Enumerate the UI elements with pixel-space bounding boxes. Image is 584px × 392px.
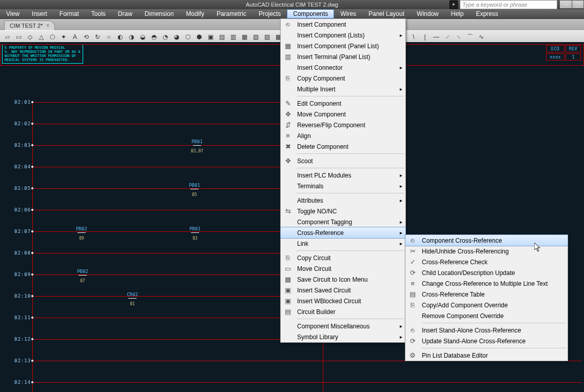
menu-parametric[interactable]: Parametric: [210, 9, 252, 18]
menu-window[interactable]: Window: [411, 9, 445, 18]
menu-item-cross-reference-table[interactable]: ▤Cross-Reference Table: [405, 289, 568, 300]
close-icon[interactable]: ×: [46, 22, 49, 29]
toolbar-button-9[interactable]: ○: [104, 32, 114, 42]
menu-item-insert-terminal-panel-list-[interactable]: ▥Insert Terminal (Panel List): [281, 51, 405, 62]
minimize-icon[interactable]: —: [560, 1, 572, 8]
toolbar-button-18[interactable]: ▣: [205, 32, 216, 42]
menu-item-terminals[interactable]: Terminals▸: [281, 181, 405, 191]
toolbar-button-16[interactable]: ⬡: [183, 32, 193, 42]
menu-item-component-tagging[interactable]: Component Tagging▸: [281, 217, 405, 227]
menu-item-insert-wblocked-circuit[interactable]: ▣Insert WBlocked Circuit: [281, 296, 405, 306]
toolbar-button-21[interactable]: ▦: [239, 32, 249, 42]
toolbar-button-15[interactable]: ◕: [171, 32, 182, 42]
menu-item-multiple-insert[interactable]: Multiple Insert▸: [281, 84, 405, 94]
menu-item-copy-circuit[interactable]: ⎘Copy Circuit: [281, 252, 405, 263]
menu-insert[interactable]: Insert: [26, 9, 53, 18]
menu-item-label: Insert Saved Circuit: [295, 287, 394, 294]
menu-item-align[interactable]: ≡Align: [281, 130, 405, 141]
schematic-symbol[interactable]: PB0105: [184, 183, 205, 197]
node-dot: [31, 338, 33, 340]
dropdown-arrow-icon[interactable]: ▸: [450, 1, 458, 9]
toolbar-button-4[interactable]: ⬠: [47, 32, 57, 42]
menu-item-update-stand-alone-cross-reference[interactable]: ⟳Update Stand-Alone Cross-Reference: [405, 336, 568, 346]
menu-item-hide-unhide-cross-referencing[interactable]: ✂Hide/Unhide Cross-Referencing: [405, 246, 568, 257]
toolbar-button-7[interactable]: ⟲: [81, 32, 91, 42]
toolbar-button-37[interactable]: |: [420, 32, 430, 42]
toolbar-button-39[interactable]: ⟋: [442, 32, 453, 42]
search-input[interactable]: Type a keyword or phrase: [460, 0, 557, 9]
menu-item-move-circuit[interactable]: ▭Move Circuit: [281, 263, 405, 274]
menu-item-edit-component[interactable]: ✎Edit Component: [281, 98, 405, 109]
menu-projects[interactable]: Projects: [252, 9, 287, 18]
menu-dimension[interactable]: Dimension: [139, 9, 180, 18]
menu-item-insert-saved-circuit[interactable]: ▣Insert Saved Circuit: [281, 285, 405, 296]
menu-item-delete-component[interactable]: ✖Delete Component: [281, 141, 405, 152]
toolbar-button-17[interactable]: ⬢: [194, 32, 204, 42]
menu-item-circuit-builder[interactable]: ▤Circuit Builder: [281, 306, 405, 317]
menu-item-copy-add-component-override[interactable]: ⎘Copy/Add Component Override: [405, 300, 568, 310]
file-tab[interactable]: CIM TEST 2* ×: [4, 21, 55, 30]
menu-draw[interactable]: Draw: [112, 9, 139, 18]
toolbar-button-20[interactable]: ▥: [228, 32, 238, 42]
menu-item-copy-component[interactable]: ⎘Copy Component: [281, 73, 405, 84]
toolbar-button-23[interactable]: ▨: [262, 32, 272, 42]
toolbar-button-13[interactable]: ◓: [149, 32, 159, 42]
menu-item-attributes[interactable]: Attributes▸: [281, 195, 405, 206]
menu-item-label: Cross-Reference: [295, 229, 394, 237]
toolbar-button-6[interactable]: A: [70, 32, 80, 42]
toolbar-button-1[interactable]: ▭: [13, 32, 24, 42]
toolbar-button-36[interactable]: \: [408, 32, 419, 42]
toolbar-button-12[interactable]: ◒: [138, 32, 148, 42]
toolbar-button-5[interactable]: ✦: [59, 32, 69, 42]
toolbar-button-22[interactable]: ▧: [250, 32, 261, 42]
toolbar-button-40[interactable]: ⟍: [454, 32, 464, 42]
toolbar-button-2[interactable]: ◇: [25, 32, 35, 42]
menu-tools[interactable]: Tools: [85, 9, 112, 18]
menu-item-insert-component-panel-list-[interactable]: ▦Insert Component (Panel List): [281, 41, 405, 51]
menu-item-link[interactable]: Link▸: [281, 238, 405, 249]
toolbar-button-38[interactable]: —: [431, 32, 441, 42]
menu-item-component-miscellaneous[interactable]: Component Miscellaneous▸: [281, 321, 405, 331]
toolbar-button-19[interactable]: ▤: [217, 32, 227, 42]
menu-view[interactable]: View: [0, 9, 26, 18]
schematic-symbol[interactable]: CR0201: [122, 292, 143, 306]
menu-help[interactable]: Help: [445, 9, 470, 18]
toolbar-button-41[interactable]: ⌒: [465, 32, 475, 42]
menu-express[interactable]: Express: [470, 9, 504, 18]
toolbar-button-8[interactable]: ↻: [92, 32, 103, 42]
toolbar-button-3[interactable]: △: [36, 32, 46, 42]
menu-item-reverse-flip-component[interactable]: ⇵Reverse/Flip Component: [281, 120, 405, 130]
menu-item-insert-component[interactable]: ⎋Insert Component: [281, 19, 405, 30]
schematic-symbol[interactable]: PB0103: [185, 226, 205, 241]
menu-item-change-cross-reference-to-multiple-line-text[interactable]: ≡Change Cross-Reference to Multiple Line…: [405, 278, 568, 289]
toolbar-button-42[interactable]: ∿: [476, 32, 486, 42]
toolbar-button-10[interactable]: ◐: [115, 32, 125, 42]
menu-item-symbol-library[interactable]: Symbol Library▸: [281, 331, 405, 342]
menu-components[interactable]: Components: [287, 9, 334, 18]
menu-item-remove-component-override[interactable]: Remove Component Override: [405, 310, 568, 321]
menu-item-scoot[interactable]: ✥Scoot: [281, 155, 405, 166]
restore-icon[interactable]: ▢: [572, 1, 584, 8]
toolbar-button-0[interactable]: ▱: [2, 32, 12, 42]
menu-item-cross-reference[interactable]: Cross-Reference▸: [280, 227, 406, 239]
toolbar-button-14[interactable]: ◔: [160, 32, 170, 42]
menu-item-insert-connector[interactable]: Insert Connector▸: [281, 62, 405, 73]
schematic-symbol[interactable]: PB0209: [71, 226, 92, 241]
menu-item-insert-plc-modules[interactable]: Insert PLC Modules▸: [281, 170, 405, 181]
menu-item-component-cross-reference[interactable]: ⎋Component Cross-Reference: [405, 234, 568, 246]
menu-item-move-component[interactable]: ✥Move Component: [281, 109, 405, 120]
menu-format[interactable]: Format: [53, 9, 85, 18]
menu-item-pin-list-database-editor[interactable]: ⚙Pin List Database Editor: [405, 350, 568, 361]
menu-wires[interactable]: Wires: [334, 9, 362, 18]
menu-modify[interactable]: Modify: [180, 9, 210, 18]
schematic-symbol[interactable]: PB0207: [72, 269, 93, 283]
menu-item-child-location-description-update[interactable]: ⟳Child Location/Description Update: [405, 267, 568, 278]
menu-item-save-circuit-to-icon-menu[interactable]: ▦Save Circuit to Icon Menu: [281, 274, 405, 285]
toolbar-button-11[interactable]: ◑: [126, 32, 137, 42]
menu-item-toggle-no-nc[interactable]: ⇆Toggle NO/NC: [281, 206, 405, 217]
schematic-symbol[interactable]: PB0103,07: [187, 139, 207, 153]
menu-item-insert-component-lists-[interactable]: Insert Component (Lists)▸: [281, 30, 405, 41]
menu-panel-layout[interactable]: Panel Layout: [362, 9, 411, 18]
menu-item-insert-stand-alone-cross-reference[interactable]: ⎋Insert Stand-Alone Cross-Reference: [405, 325, 568, 336]
menu-item-cross-reference-check[interactable]: ✓Cross-Reference Check: [405, 257, 568, 267]
